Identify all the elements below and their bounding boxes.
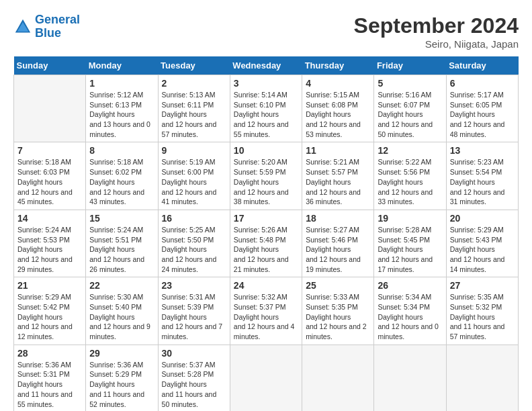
calendar-cell xyxy=(446,345,518,411)
day-number: 5 xyxy=(378,78,442,89)
header-row: Sunday Monday Tuesday Wednesday Thursday… xyxy=(14,56,519,75)
col-tuesday: Tuesday xyxy=(158,56,230,75)
day-info: Sunrise: 5:29 AM Sunset: 5:42 PM Dayligh… xyxy=(17,292,82,341)
calendar-cell: 14 Sunrise: 5:24 AM Sunset: 5:53 PM Dayl… xyxy=(14,210,86,277)
day-info: Sunrise: 5:29 AM Sunset: 5:43 PM Dayligh… xyxy=(450,225,515,274)
calendar-cell: 13 Sunrise: 5:23 AM Sunset: 5:54 PM Dayl… xyxy=(446,142,518,210)
day-info: Sunrise: 5:27 AM Sunset: 5:46 PM Dayligh… xyxy=(306,225,370,274)
calendar-row: 14 Sunrise: 5:24 AM Sunset: 5:53 PM Dayl… xyxy=(14,210,519,277)
calendar-cell xyxy=(230,345,302,411)
col-friday: Friday xyxy=(374,56,446,75)
calendar-body: 1 Sunrise: 5:12 AM Sunset: 6:13 PM Dayli… xyxy=(14,75,519,412)
day-number: 23 xyxy=(162,280,226,291)
logo-text: General Blue xyxy=(35,13,80,40)
day-number: 18 xyxy=(306,213,370,224)
col-wednesday: Wednesday xyxy=(230,56,302,75)
day-info: Sunrise: 5:34 AM Sunset: 5:34 PM Dayligh… xyxy=(378,292,442,341)
day-info: Sunrise: 5:36 AM Sunset: 5:31 PM Dayligh… xyxy=(17,360,82,409)
month-title: September 2024 xyxy=(354,13,519,38)
day-info: Sunrise: 5:15 AM Sunset: 6:08 PM Dayligh… xyxy=(306,90,370,139)
calendar-cell: 27 Sunrise: 5:35 AM Sunset: 5:32 PM Dayl… xyxy=(446,277,518,345)
day-number: 21 xyxy=(17,280,82,291)
calendar-cell: 10 Sunrise: 5:20 AM Sunset: 5:59 PM Dayl… xyxy=(230,142,302,210)
calendar-cell: 23 Sunrise: 5:31 AM Sunset: 5:39 PM Dayl… xyxy=(158,277,230,345)
calendar-row: 28 Sunrise: 5:36 AM Sunset: 5:31 PM Dayl… xyxy=(14,345,519,411)
calendar-cell: 11 Sunrise: 5:21 AM Sunset: 5:57 PM Dayl… xyxy=(302,142,374,210)
day-info: Sunrise: 5:24 AM Sunset: 5:51 PM Dayligh… xyxy=(89,225,154,274)
page-header: General Blue September 2024 Seiro, Niiga… xyxy=(13,13,519,50)
calendar-row: 7 Sunrise: 5:18 AM Sunset: 6:03 PM Dayli… xyxy=(14,142,519,210)
title-block: September 2024 Seiro, Niigata, Japan xyxy=(354,13,519,50)
calendar-cell xyxy=(14,75,86,142)
day-number: 1 xyxy=(89,78,154,89)
day-number: 20 xyxy=(450,213,515,224)
calendar-cell: 6 Sunrise: 5:17 AM Sunset: 6:05 PM Dayli… xyxy=(446,75,518,142)
day-info: Sunrise: 5:18 AM Sunset: 6:02 PM Dayligh… xyxy=(89,157,154,206)
calendar-cell: 25 Sunrise: 5:33 AM Sunset: 5:35 PM Dayl… xyxy=(302,277,374,345)
calendar-cell: 15 Sunrise: 5:24 AM Sunset: 5:51 PM Dayl… xyxy=(86,210,158,277)
calendar-cell xyxy=(374,345,446,411)
day-number: 8 xyxy=(89,145,154,156)
day-info: Sunrise: 5:12 AM Sunset: 6:13 PM Dayligh… xyxy=(89,90,154,139)
col-monday: Monday xyxy=(86,56,158,75)
day-number: 17 xyxy=(234,213,298,224)
day-number: 9 xyxy=(162,145,226,156)
day-info: Sunrise: 5:24 AM Sunset: 5:53 PM Dayligh… xyxy=(17,225,82,274)
day-info: Sunrise: 5:17 AM Sunset: 6:05 PM Dayligh… xyxy=(450,90,515,139)
day-number: 16 xyxy=(162,213,226,224)
day-info: Sunrise: 5:33 AM Sunset: 5:35 PM Dayligh… xyxy=(306,292,370,341)
day-info: Sunrise: 5:35 AM Sunset: 5:32 PM Dayligh… xyxy=(450,292,515,341)
calendar-cell: 7 Sunrise: 5:18 AM Sunset: 6:03 PM Dayli… xyxy=(14,142,86,210)
calendar-row: 21 Sunrise: 5:29 AM Sunset: 5:42 PM Dayl… xyxy=(14,277,519,345)
calendar-row: 1 Sunrise: 5:12 AM Sunset: 6:13 PM Dayli… xyxy=(14,75,519,142)
day-info: Sunrise: 5:28 AM Sunset: 5:45 PM Dayligh… xyxy=(378,225,442,274)
day-number: 6 xyxy=(450,78,515,89)
location: Seiro, Niigata, Japan xyxy=(354,38,519,50)
day-info: Sunrise: 5:26 AM Sunset: 5:48 PM Dayligh… xyxy=(234,225,298,274)
day-info: Sunrise: 5:23 AM Sunset: 5:54 PM Dayligh… xyxy=(450,157,515,206)
day-number: 11 xyxy=(306,145,370,156)
day-number: 2 xyxy=(162,78,226,89)
day-number: 13 xyxy=(450,145,515,156)
calendar-cell: 5 Sunrise: 5:16 AM Sunset: 6:07 PM Dayli… xyxy=(374,75,446,142)
calendar-cell: 1 Sunrise: 5:12 AM Sunset: 6:13 PM Dayli… xyxy=(86,75,158,142)
day-info: Sunrise: 5:19 AM Sunset: 6:00 PM Dayligh… xyxy=(162,157,226,206)
calendar-table: Sunday Monday Tuesday Wednesday Thursday… xyxy=(13,56,519,411)
calendar-cell: 18 Sunrise: 5:27 AM Sunset: 5:46 PM Dayl… xyxy=(302,210,374,277)
day-info: Sunrise: 5:30 AM Sunset: 5:40 PM Dayligh… xyxy=(89,292,154,341)
calendar-cell: 26 Sunrise: 5:34 AM Sunset: 5:34 PM Dayl… xyxy=(374,277,446,345)
day-info: Sunrise: 5:32 AM Sunset: 5:37 PM Dayligh… xyxy=(234,292,298,341)
day-number: 27 xyxy=(450,280,515,291)
day-number: 15 xyxy=(89,213,154,224)
day-number: 26 xyxy=(378,280,442,291)
calendar-cell: 21 Sunrise: 5:29 AM Sunset: 5:42 PM Dayl… xyxy=(14,277,86,345)
calendar-cell: 8 Sunrise: 5:18 AM Sunset: 6:02 PM Dayli… xyxy=(86,142,158,210)
day-info: Sunrise: 5:16 AM Sunset: 6:07 PM Dayligh… xyxy=(378,90,442,139)
day-number: 24 xyxy=(234,280,298,291)
day-number: 14 xyxy=(17,213,82,224)
calendar-cell: 3 Sunrise: 5:14 AM Sunset: 6:10 PM Dayli… xyxy=(230,75,302,142)
day-number: 7 xyxy=(17,145,82,156)
logo: General Blue xyxy=(13,13,80,40)
day-info: Sunrise: 5:13 AM Sunset: 6:11 PM Dayligh… xyxy=(162,90,226,139)
logo-line1: General xyxy=(35,13,80,26)
day-info: Sunrise: 5:31 AM Sunset: 5:39 PM Dayligh… xyxy=(162,292,226,341)
calendar-cell: 16 Sunrise: 5:25 AM Sunset: 5:50 PM Dayl… xyxy=(158,210,230,277)
calendar-cell: 24 Sunrise: 5:32 AM Sunset: 5:37 PM Dayl… xyxy=(230,277,302,345)
calendar-cell: 20 Sunrise: 5:29 AM Sunset: 5:43 PM Dayl… xyxy=(446,210,518,277)
calendar-cell: 17 Sunrise: 5:26 AM Sunset: 5:48 PM Dayl… xyxy=(230,210,302,277)
calendar-cell: 29 Sunrise: 5:36 AM Sunset: 5:29 PM Dayl… xyxy=(86,345,158,411)
calendar-cell: 28 Sunrise: 5:36 AM Sunset: 5:31 PM Dayl… xyxy=(14,345,86,411)
day-number: 25 xyxy=(306,280,370,291)
calendar-cell: 2 Sunrise: 5:13 AM Sunset: 6:11 PM Dayli… xyxy=(158,75,230,142)
col-sunday: Sunday xyxy=(14,56,86,75)
day-info: Sunrise: 5:14 AM Sunset: 6:10 PM Dayligh… xyxy=(234,90,298,139)
calendar-cell: 30 Sunrise: 5:37 AM Sunset: 5:28 PM Dayl… xyxy=(158,345,230,411)
day-info: Sunrise: 5:22 AM Sunset: 5:56 PM Dayligh… xyxy=(378,157,442,206)
day-info: Sunrise: 5:25 AM Sunset: 5:50 PM Dayligh… xyxy=(162,225,226,274)
day-info: Sunrise: 5:18 AM Sunset: 6:03 PM Dayligh… xyxy=(17,157,82,206)
col-saturday: Saturday xyxy=(446,56,518,75)
day-number: 22 xyxy=(89,280,154,291)
day-number: 28 xyxy=(17,348,82,359)
logo-icon xyxy=(13,17,32,36)
